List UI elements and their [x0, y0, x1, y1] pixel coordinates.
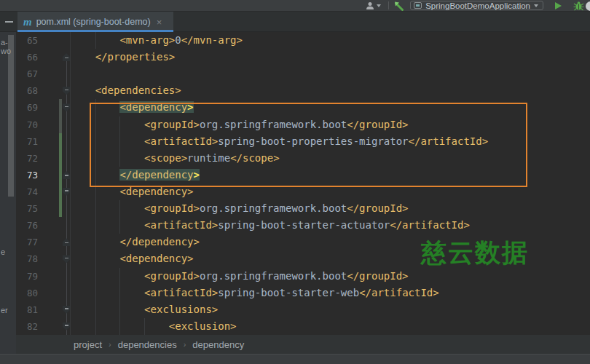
indent-guide: [119, 318, 120, 335]
status-bar: [0, 354, 590, 364]
line-number: 74: [16, 183, 38, 200]
coverage-icon[interactable]: [586, 1, 590, 11]
indent-guide: [119, 285, 120, 301]
gutter: 79: [16, 268, 71, 285]
chevron-down-icon: [377, 4, 381, 7]
indent-guide: [119, 268, 120, 285]
breadcrumb-item-dependency[interactable]: dependency: [192, 339, 244, 350]
line-number: 79: [16, 268, 38, 285]
fold-marker-down-icon[interactable]: [62, 305, 71, 314]
xml-value: org.springframework.boot: [200, 270, 347, 282]
xml-tag: <mvn-arg>: [119, 34, 175, 46]
gutter: 76: [16, 217, 71, 234]
indent-guide: [119, 217, 120, 234]
gutter: 77: [16, 234, 71, 250]
breadcrumb-item-project[interactable]: project: [74, 339, 102, 350]
minus-icon[interactable]: [5, 21, 13, 23]
gutter: 65: [16, 32, 71, 49]
user-icon: [366, 1, 375, 10]
fold-marker-down-icon[interactable]: [62, 103, 71, 112]
code-text: <groupId>org.springframework.boot</group…: [71, 200, 409, 217]
code-line-81[interactable]: 81<exclusions>: [16, 301, 590, 318]
fold-marker-up-icon[interactable]: [62, 170, 71, 180]
line-number: 81: [16, 301, 38, 318]
fold-marker-up-icon[interactable]: [62, 52, 71, 62]
xml-tag: </artifactId>: [359, 287, 439, 298]
run-configuration-select[interactable]: SpringBootDemoApplication: [410, 1, 543, 10]
panel-label-fragment: e: [1, 248, 5, 256]
gutter: 82: [16, 318, 71, 335]
line-number: 71: [16, 133, 38, 150]
indent-guide: [95, 268, 96, 285]
xml-tag: </groupId>: [347, 202, 408, 214]
line-number: 69: [16, 99, 38, 116]
code-text: <artifactId>spring-boot-starter-actuator…: [71, 217, 470, 234]
gutter: 73: [16, 167, 71, 183]
indent-guide: [144, 318, 145, 335]
fold-marker-up-icon[interactable]: [62, 237, 71, 247]
xml-tag: <artifactId>: [144, 287, 218, 298]
line-number: 82: [16, 318, 38, 335]
panel-scrollbar[interactable]: [8, 35, 14, 197]
code-line-75[interactable]: 75<groupId>org.springframework.boot</gro…: [16, 200, 590, 217]
code-text: </dependency>: [71, 234, 200, 250]
line-number: 73: [16, 167, 38, 183]
breadcrumb-separator-icon: ›: [184, 340, 186, 349]
gutter: 75: [16, 200, 71, 217]
xml-tag: <artifactId>: [144, 219, 218, 231]
close-icon[interactable]: ×: [157, 17, 162, 27]
xml-tag: </mvn-arg>: [181, 34, 243, 46]
xml-value: org.springframework.boot: [200, 202, 347, 214]
gutter: 71: [16, 133, 71, 150]
fold-marker-down-icon[interactable]: [62, 322, 71, 331]
code-line-76[interactable]: 76<artifactId>spring-boot-starter-actuat…: [16, 217, 590, 234]
xml-tag: <groupId>: [144, 202, 200, 214]
code-text: <exclusion>: [71, 318, 237, 335]
xml-value: 0: [175, 34, 181, 46]
gutter: 70: [16, 116, 71, 133]
code-line-67[interactable]: 67: [16, 66, 590, 82]
fold-marker-down-icon[interactable]: [62, 254, 71, 264]
code-text: <dependency>: [71, 250, 194, 267]
indent-guide: [95, 217, 96, 234]
chevron-down-icon: [534, 4, 538, 7]
code-line-65[interactable]: 65<mvn-arg>0</mvn-arg>: [16, 32, 590, 49]
indent-guide: [119, 200, 120, 217]
code-line-68[interactable]: 68<dependencies>: [16, 82, 590, 99]
xml-tag: <exclusion>: [169, 320, 237, 332]
gutter: 66: [16, 49, 71, 66]
fold-marker-down-icon[interactable]: [62, 86, 71, 95]
debug-button[interactable]: [573, 1, 584, 11]
xml-tag: <groupId>: [144, 270, 200, 282]
gutter: 72: [16, 150, 71, 167]
code-line-80[interactable]: 80<artifactId>spring-boot-starter-web</a…: [16, 285, 590, 301]
vcs-change-bar: [59, 133, 62, 150]
xml-tag: </properties>: [95, 51, 176, 63]
code-text: <mvn-arg>0</mvn-arg>: [71, 32, 243, 49]
run-config-label: SpringBootDemoApplication: [425, 1, 530, 10]
run-button[interactable]: [555, 2, 562, 9]
tab-title: pom.xml (spring-boot-demo): [36, 17, 151, 27]
line-number: 80: [16, 285, 38, 301]
gutter: 78: [16, 250, 71, 267]
gutter: 74: [16, 183, 71, 200]
code-line-82[interactable]: 82<exclusion>: [16, 318, 590, 335]
run-config-icon: [414, 2, 422, 9]
xml-tag: <dependency>: [119, 253, 193, 264]
line-number: 70: [16, 116, 38, 133]
maven-icon: m: [23, 17, 32, 28]
code-text: <artifactId>spring-boot-starter-web</art…: [71, 285, 439, 301]
panel-label-fragment: er: [1, 306, 8, 314]
user-menu-button[interactable]: [366, 1, 381, 10]
cropped-left-panel: a-woeer: [0, 32, 16, 355]
tab-pom-xml[interactable]: m pom.xml (spring-boot-demo) ×: [17, 12, 173, 32]
breadcrumb-item-dependencies[interactable]: dependencies: [118, 339, 177, 350]
vcs-change-bar: [59, 150, 62, 167]
code-line-66[interactable]: 66</properties>: [16, 49, 590, 66]
line-number: 76: [16, 217, 38, 234]
panel-label-fragment: a-wo: [1, 38, 16, 55]
fold-marker-down-icon[interactable]: [62, 187, 71, 197]
update-project-button[interactable]: [393, 1, 404, 11]
indent-guide: [95, 32, 96, 49]
gutter: 68: [16, 82, 71, 99]
